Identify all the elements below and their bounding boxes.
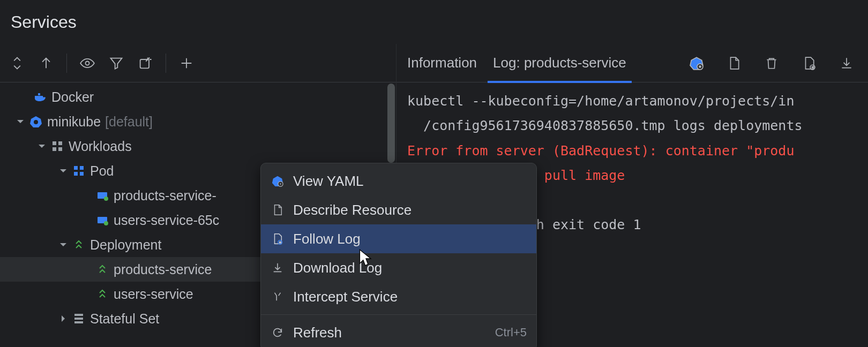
tree-suffix: [default] <box>105 114 153 130</box>
svg-rect-20 <box>74 314 83 316</box>
intercept-icon <box>271 291 285 303</box>
kubernetes-icon <box>271 175 285 187</box>
tree-node-docker[interactable]: Docker <box>0 85 396 109</box>
tree-label: minikube <box>47 114 101 130</box>
open-external-icon[interactable] <box>133 51 157 75</box>
tab-information[interactable]: Information <box>407 44 477 82</box>
svg-rect-12 <box>74 166 78 170</box>
menu-item-view-yaml[interactable]: View YAML <box>261 167 536 195</box>
svg-point-19 <box>104 221 108 225</box>
tree-label: Stateful Set <box>90 311 159 327</box>
chevron-down-icon[interactable] <box>56 240 71 249</box>
deployment-group-icon <box>71 238 87 251</box>
trash-icon[interactable] <box>761 52 782 74</box>
tree-node-workloads[interactable]: Workloads <box>0 134 396 159</box>
log-line: kubectl --kubeconfig=/home/artamonov/pro… <box>407 93 794 109</box>
svg-rect-9 <box>58 141 62 145</box>
deployment-icon <box>94 288 110 300</box>
tree-label: users-service-65c <box>114 213 219 228</box>
svg-rect-1 <box>140 59 149 68</box>
tree-label: Workloads <box>69 139 132 154</box>
svg-point-7 <box>34 120 38 124</box>
download-icon <box>271 262 285 274</box>
log-line: /config9561736940837885650.tmp logs depl… <box>407 118 803 133</box>
menu-label: Follow Log <box>293 231 361 247</box>
svg-rect-21 <box>74 318 83 320</box>
tree-label: Deployment <box>90 237 161 253</box>
expand-collapse-icon[interactable] <box>5 51 29 75</box>
chevron-right-icon[interactable] <box>56 314 71 323</box>
log-settings-icon[interactable] <box>798 52 820 74</box>
refresh-icon <box>271 327 285 338</box>
tree-label: users-service <box>114 286 193 302</box>
right-header: Information Log: products-service <box>396 44 868 82</box>
svg-point-27 <box>812 66 813 68</box>
svg-point-0 <box>86 61 89 65</box>
view-icon[interactable] <box>76 51 99 75</box>
tab-log[interactable]: Log: products-service <box>493 44 626 82</box>
menu-item-download-log[interactable]: Download Log <box>261 253 536 282</box>
tree-label: products-service <box>114 262 212 277</box>
workloads-icon <box>49 140 65 153</box>
chevron-down-icon[interactable] <box>56 167 71 175</box>
left-toolbar <box>0 44 396 82</box>
chevron-down-icon[interactable] <box>34 142 49 150</box>
kubernetes-settings-icon[interactable] <box>686 52 707 74</box>
tree-label: Docker <box>51 89 94 105</box>
svg-rect-15 <box>80 172 84 176</box>
document-icon[interactable] <box>723 52 745 74</box>
menu-label: Download Log <box>293 260 382 276</box>
menu-shortcut: Ctrl+5 <box>495 326 527 340</box>
pod-group-icon <box>71 164 87 177</box>
svg-rect-14 <box>74 172 78 176</box>
menu-label: Describe Resource <box>293 202 411 218</box>
toolbar-divider <box>166 54 166 73</box>
add-icon[interactable] <box>175 51 198 75</box>
kubernetes-icon <box>28 115 44 128</box>
svg-rect-13 <box>80 166 84 170</box>
statefulset-icon <box>71 312 87 325</box>
download-icon[interactable] <box>836 52 857 74</box>
svg-rect-8 <box>53 141 56 145</box>
menu-label: Intercept Service <box>293 289 398 305</box>
tree-node-minikube[interactable]: minikube [default] <box>0 109 396 134</box>
filter-icon[interactable] <box>104 51 128 75</box>
tree-label: products-service- <box>114 188 216 203</box>
log-line-error: Error from server (BadRequest): containe… <box>407 143 794 159</box>
pod-icon <box>94 189 110 202</box>
menu-item-refresh[interactable]: Refresh Ctrl+5 <box>261 318 536 347</box>
svg-rect-11 <box>58 147 62 151</box>
menu-separator <box>261 314 536 315</box>
tree-scrollbar-thumb[interactable] <box>387 84 395 163</box>
toolbar-divider <box>66 54 67 73</box>
follow-log-icon <box>271 233 285 245</box>
context-menu[interactable]: View YAML Describe Resource Follow Log D… <box>260 163 537 347</box>
menu-item-follow-log[interactable]: Follow Log <box>261 224 536 253</box>
deployment-icon <box>94 263 110 276</box>
document-icon <box>271 204 285 216</box>
menu-item-intercept[interactable]: Intercept Service <box>261 282 536 311</box>
docker-icon <box>32 90 48 103</box>
svg-point-30 <box>280 183 281 184</box>
menu-label: View YAML <box>293 173 364 190</box>
menu-item-describe[interactable]: Describe Resource <box>261 195 536 224</box>
svg-point-32 <box>279 242 280 243</box>
svg-rect-5 <box>38 93 40 95</box>
chevron-down-icon[interactable] <box>13 117 28 126</box>
panel-title: Services <box>0 0 868 44</box>
close-icon[interactable] <box>34 51 58 75</box>
tree-label: Pod <box>90 163 114 179</box>
menu-label: Refresh <box>293 325 342 341</box>
svg-rect-10 <box>53 147 56 151</box>
svg-point-25 <box>699 65 701 67</box>
svg-point-17 <box>104 197 108 201</box>
svg-rect-22 <box>74 321 83 323</box>
pod-icon <box>94 214 110 227</box>
